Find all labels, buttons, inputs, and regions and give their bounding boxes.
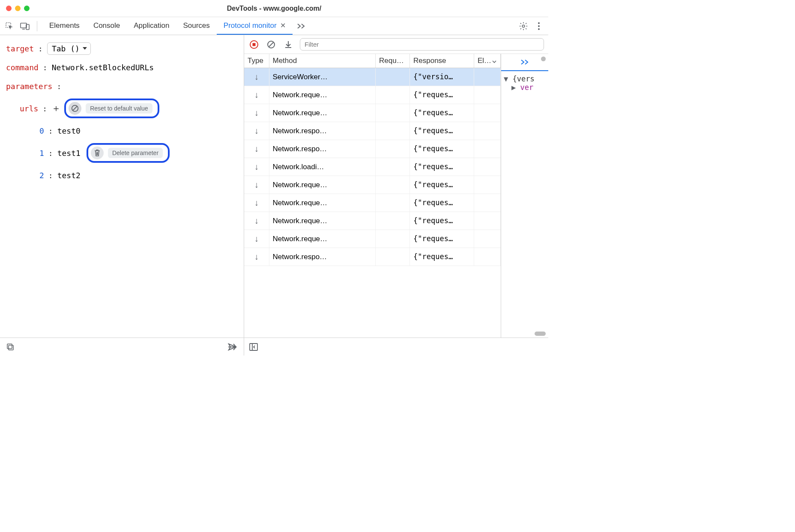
svg-rect-8 [9, 345, 13, 350]
arrow-down-icon: ↓ [248, 108, 266, 118]
col-type[interactable]: Type [244, 54, 269, 68]
table-row[interactable]: ↓Network.respo…{"reques… [244, 248, 501, 266]
send-command-icon[interactable] [227, 343, 238, 351]
svg-rect-1 [21, 23, 27, 28]
close-tab-icon[interactable]: ✕ [280, 21, 286, 30]
table-row[interactable]: ↓Network.reque…{"reques… [244, 176, 501, 194]
delete-param-callout: Delete parameter [87, 143, 170, 163]
svg-point-6 [538, 28, 540, 30]
scroll-indicator-icon [541, 57, 546, 61]
window-titlebar: DevTools - www.google.com/ [0, 0, 548, 17]
delete-param-icon[interactable] [91, 146, 104, 159]
table-row[interactable]: ↓Network.loadi…{"reques… [244, 158, 501, 176]
table-row[interactable]: ↓Network.reque…{"reques… [244, 230, 501, 248]
col-response[interactable]: Response [410, 54, 474, 68]
svg-point-5 [538, 25, 540, 27]
tab-elements[interactable]: Elements [42, 17, 87, 35]
arrow-down-icon: ↓ [248, 198, 266, 208]
devtools-tabstrip: ElementsConsoleApplicationSourcesProtoco… [0, 17, 548, 35]
svg-point-4 [538, 22, 540, 24]
url-value[interactable]: test1 [57, 149, 81, 158]
urls-key: urls [20, 104, 38, 113]
expand-sidepanel-icon[interactable] [520, 59, 529, 65]
table-row[interactable]: ↓Network.reque…{"reques… [244, 86, 501, 104]
arrow-down-icon: ↓ [248, 144, 266, 154]
tab-application[interactable]: Application [127, 17, 176, 35]
tree-root[interactable]: ▼ {vers [504, 75, 547, 83]
tab-console[interactable]: Console [87, 17, 127, 35]
svg-rect-9 [7, 344, 12, 349]
record-icon[interactable] [248, 39, 260, 50]
arrow-down-icon: ↓ [248, 126, 266, 136]
table-row[interactable]: ↓ServiceWorker…{"versio… [244, 68, 501, 86]
table-row[interactable]: ↓Network.reque…{"reques… [244, 212, 501, 230]
url-index: 2 [39, 171, 44, 180]
col-method[interactable]: Method [269, 54, 376, 68]
reset-default-icon[interactable] [69, 102, 81, 115]
table-row[interactable]: ↓Network.respo…{"reques… [244, 140, 501, 158]
tab-sources[interactable]: Sources [176, 17, 216, 35]
col-request[interactable]: Requ… [376, 54, 410, 68]
tab-protocol-monitor[interactable]: Protocol monitor✕ [217, 17, 293, 35]
url-value[interactable]: test0 [57, 126, 81, 135]
svg-point-3 [522, 25, 525, 27]
tree-prop[interactable]: ▶ ver [504, 83, 547, 92]
toggle-sidepanel-icon[interactable] [249, 343, 258, 351]
reset-default-callout: Reset to default value [64, 99, 159, 118]
download-icon[interactable] [283, 39, 294, 50]
arrow-down-icon: ↓ [248, 90, 266, 100]
parameters-key: parameters [6, 82, 52, 91]
window-title: DevTools - www.google.com/ [0, 5, 548, 12]
filter-input[interactable] [300, 38, 544, 51]
inspect-element-icon[interactable] [3, 19, 16, 33]
arrow-down-icon: ↓ [248, 234, 266, 244]
arrow-down-icon: ↓ [248, 162, 266, 172]
delete-param-label: Delete parameter [108, 148, 163, 158]
table-row[interactable]: ↓Network.reque…{"reques… [244, 104, 501, 122]
command-key: command [6, 63, 39, 72]
col-elapsed[interactable]: El… [474, 54, 501, 68]
copy-icon[interactable] [6, 343, 15, 351]
arrow-down-icon: ↓ [248, 180, 266, 190]
url-value[interactable]: test2 [57, 171, 81, 180]
device-toolbar-icon[interactable] [18, 19, 32, 33]
clear-icon[interactable] [266, 39, 277, 50]
url-index: 0 [39, 126, 44, 135]
more-tabs-icon[interactable] [294, 19, 308, 33]
table-row[interactable]: ↓Network.reque…{"reques… [244, 194, 501, 212]
svg-rect-11 [253, 43, 256, 46]
arrow-down-icon: ↓ [248, 216, 266, 226]
arrow-down-icon: ↓ [248, 252, 266, 262]
settings-gear-icon[interactable] [517, 19, 530, 33]
url-index: 1 [39, 149, 44, 158]
kebab-menu-icon[interactable] [532, 19, 546, 33]
target-key: target [6, 44, 34, 53]
arrow-down-icon: ↓ [248, 72, 266, 82]
table-row[interactable]: ↓Network.respo…{"reques… [244, 122, 501, 140]
target-select[interactable]: Tab () [47, 42, 91, 55]
horizontal-scrollbar[interactable] [535, 332, 546, 336]
add-item-icon[interactable]: ＋ [51, 102, 60, 115]
reset-default-label: Reset to default value [86, 103, 152, 114]
command-value: Network.setBlockedURLs [52, 63, 154, 72]
